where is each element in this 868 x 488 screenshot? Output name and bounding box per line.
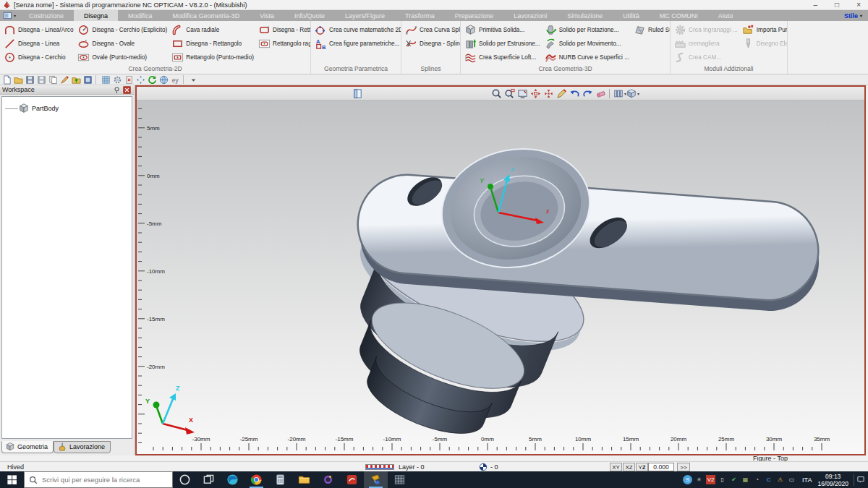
media-button[interactable] <box>340 471 364 488</box>
skype-icon[interactable]: S <box>683 475 692 484</box>
powerdvd-button[interactable] <box>316 471 340 488</box>
layer-columns-icon[interactable] <box>613 87 626 100</box>
redraw-icon[interactable] <box>516 87 529 100</box>
close-button[interactable]: × <box>856 1 861 9</box>
menu-tab-preparazione[interactable]: Preparazione <box>445 10 504 21</box>
snap-grid-icon[interactable] <box>101 74 111 85</box>
opticam-button[interactable] <box>364 471 388 488</box>
ribbon-item[interactable]: Importa Punti... <box>740 23 788 37</box>
edit-icon[interactable] <box>59 74 70 85</box>
undo-icon[interactable] <box>568 87 581 100</box>
page-delete-icon[interactable] <box>124 74 135 85</box>
macro-icon[interactable]: ey <box>170 74 181 85</box>
more-icon[interactable] <box>188 74 199 85</box>
sync-icon[interactable]: C <box>764 475 773 484</box>
ribbon-item[interactable]: Primitiva Solida... <box>462 23 542 37</box>
device-icon[interactable]: ▯ <box>718 475 727 484</box>
taskbar-search[interactable] <box>24 471 173 488</box>
layer-color-swatch[interactable] <box>365 464 394 470</box>
menu-tab-utilita[interactable]: Utilità <box>613 10 650 21</box>
panel-toggle-icon[interactable] <box>351 87 364 100</box>
plane-toggle[interactable]: XZ <box>623 463 635 471</box>
fit-view-icon[interactable] <box>529 87 542 100</box>
sep[interactable] <box>609 89 611 98</box>
ribbon-item[interactable]: Solido per Rotazione... <box>542 23 631 37</box>
start-button[interactable] <box>0 471 24 488</box>
erase-icon[interactable] <box>594 87 607 100</box>
save-icon[interactable] <box>25 74 35 85</box>
language-indicator[interactable]: ITA <box>802 476 812 484</box>
ribbon-item[interactable]: Disegna - Rettangolo raggiato <box>256 23 311 37</box>
edge-button[interactable] <box>221 471 244 488</box>
viewport[interactable]: x Y z X Y Z 5mm0mm-5mm-10mm-15mm-20mm -3… <box>135 85 866 455</box>
ribbon-item[interactable]: NURB Curve e Superfici ... <box>542 51 631 64</box>
ribbon-item[interactable]: Solido per Estrusione... <box>462 37 542 51</box>
tree-node-partbody[interactable]: PartBody <box>2 103 132 114</box>
dish-icon[interactable]: ◔ <box>752 475 762 484</box>
taskview-button[interactable] <box>197 471 221 488</box>
zoom-icon[interactable] <box>490 87 503 100</box>
menu-tab-vista[interactable]: Vista <box>250 10 284 21</box>
explorer-button[interactable] <box>292 471 316 488</box>
menu-tab-mc-comuni[interactable]: MC COMUNI <box>650 10 708 21</box>
open-icon[interactable] <box>13 74 24 85</box>
spinner-icon[interactable]: ✳ <box>694 475 704 484</box>
chrome-button[interactable] <box>244 471 268 488</box>
taskbar-clock[interactable]: 09:13 16/09/2020 <box>817 473 848 487</box>
tab-geometria[interactable]: Geometria <box>1 441 54 453</box>
ribbon-item[interactable]: Disegna - Linea/Arco <box>1 23 75 37</box>
zoom-window-icon[interactable] <box>503 87 516 100</box>
ribbon-item[interactable]: cremagliera <box>672 37 740 51</box>
photos-icon[interactable]: ▦ <box>741 475 750 484</box>
ribbon-item[interactable]: Disegna - Cerchio <box>1 51 75 64</box>
save-all-icon[interactable] <box>36 74 47 85</box>
viewport-canvas[interactable]: x Y z X Y Z 5mm0mm-5mm-10mm-15mm-20mm -3… <box>137 87 864 454</box>
ribbon-item[interactable]: Crea CAM... <box>672 51 740 64</box>
ribbon-item[interactable]: Crea Superficie Loft... <box>462 51 542 64</box>
sep[interactable] <box>95 75 98 84</box>
redo-icon[interactable] <box>581 87 594 100</box>
ribbon-item[interactable]: Cava radiale <box>169 23 256 37</box>
ribbon-item[interactable]: Disegna - Ovale <box>75 37 169 51</box>
ribbon-item[interactable]: Disegna - Rettangolo <box>169 37 256 51</box>
display-icon[interactable]: ▭ <box>787 475 796 484</box>
style-button[interactable]: Stile <box>838 10 868 21</box>
menu-tab-lavorazioni[interactable]: Lavorazioni <box>503 10 557 21</box>
ribbon-item[interactable]: Ruled Surface <box>631 23 671 37</box>
menu-tab-disegna[interactable]: Disegna <box>74 10 118 21</box>
refresh-icon[interactable] <box>147 74 158 85</box>
menu-tab-aiuto[interactable]: Aiuto <box>708 10 744 21</box>
ribbon-item[interactable]: Solido per Movimento... <box>542 37 631 51</box>
menu-tab-simulazione[interactable]: Simulazione <box>557 10 613 21</box>
plane-toggle[interactable]: XY <box>610 463 622 471</box>
cortana-button[interactable] <box>173 471 197 488</box>
v2-icon[interactable]: V2 <box>706 475 715 484</box>
world-icon[interactable] <box>158 74 169 85</box>
app-menu-button[interactable]: ▾ <box>0 10 19 21</box>
expand-button[interactable]: >> <box>677 463 690 471</box>
tab-lavorazione[interactable]: Lavorazione <box>54 441 111 453</box>
import-file-icon[interactable] <box>71 74 82 85</box>
alert-icon[interactable]: ⚠ <box>775 475 785 484</box>
ribbon-item[interactable]: Crea Curva Spline <box>403 23 461 37</box>
sep[interactable] <box>183 75 186 84</box>
menu-tab-layers-figure[interactable]: Layers/Figure <box>335 10 395 21</box>
menu-tab-modifica-geometria-3d[interactable]: Modifica Geometria-3D <box>163 10 250 21</box>
menu-tab-modifica[interactable]: Modifica <box>118 10 163 21</box>
settings-icon[interactable] <box>112 74 123 85</box>
ribbon-item[interactable]: Disegna - Linea <box>1 37 75 51</box>
menu-tab-info-quote[interactable]: Info/Quote <box>284 10 335 21</box>
minimize-button[interactable]: – <box>814 1 818 9</box>
menu-tab-trasforma[interactable]: Trasforma <box>395 10 445 21</box>
ribbon-item[interactable]: Rettangolo rag. (Punto-medio) <box>256 37 311 51</box>
maximize-button[interactable]: □ <box>835 1 839 9</box>
menu-tab-costruzione[interactable]: Costruzione <box>19 10 74 21</box>
calculator-button[interactable] <box>268 471 292 488</box>
ribbon-item[interactable]: Ovale (Punto-medio) <box>75 51 169 64</box>
pin-icon[interactable] <box>113 86 122 94</box>
panel-close-icon[interactable] <box>123 86 132 94</box>
fit-selection-icon[interactable] <box>542 87 555 100</box>
copy-icon[interactable] <box>48 74 59 85</box>
z-value-input[interactable]: 0.000 <box>648 463 674 471</box>
ribbon-item[interactable]: AB Crea figure parametriche... <box>312 37 401 51</box>
